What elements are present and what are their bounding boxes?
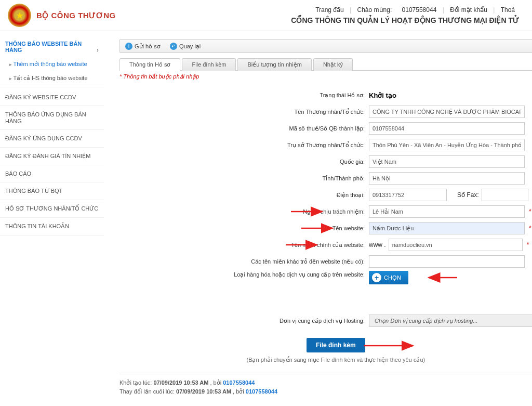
toolbar: i Gửi hồ sơ ↶ Quay lại xyxy=(119,39,532,53)
top-nav: Trang đầu | Chào mừng: 0107558044 | Đổi … xyxy=(291,6,524,14)
phone-label: Điện thoại: xyxy=(119,192,369,199)
merchant-input[interactable] xyxy=(369,106,525,118)
sidebar-item-account-info[interactable]: THÔNG TIN TÀI KHOẢN xyxy=(0,218,104,235)
fax-label: Số Fax: xyxy=(457,191,479,199)
required-star: * xyxy=(529,208,531,215)
modified-label: Thay đổi lần cuối lúc: xyxy=(119,388,175,395)
phone-input[interactable] xyxy=(369,189,447,201)
status-value: Khởi tạo xyxy=(369,91,396,99)
hosting-label: Đơn vị cung cấp dịch vụ Hosting: xyxy=(119,318,369,324)
status-label: Trạng thái Hồ sơ: xyxy=(119,92,369,99)
province-input[interactable] xyxy=(369,172,525,185)
required-star: * xyxy=(529,225,531,232)
send-profile-button[interactable]: i Gửi hồ sơ xyxy=(125,43,161,50)
sidebar-item-add-notice[interactable]: Thêm mới thông báo website xyxy=(0,57,104,71)
sidebar-item-all-notices[interactable]: Tất cả HS thông báo website xyxy=(0,71,104,85)
header: BỘ CÔNG THƯƠNG Trang đầu | Chào mừng: 01… xyxy=(0,0,532,31)
hint-text: (Bạn phải chuyển sang mục File đính kèm … xyxy=(119,355,532,369)
sidebar-item-app-notice[interactable]: THÔNG BÁO ỨNG DỤNG BÁN HÀNG xyxy=(0,106,104,130)
sidebar: THÔNG BÁO WEBSITE BÁN HÀNG › Thêm mới th… xyxy=(0,31,104,406)
brand-name: BỘ CÔNG THƯƠNG xyxy=(36,11,116,20)
domain-prefix: www . xyxy=(369,241,386,248)
separator: | xyxy=(443,6,444,14)
sidebar-section-header[interactable]: THÔNG BÁO WEBSITE BÁN HÀNG › xyxy=(0,36,104,57)
back-icon: ↶ xyxy=(170,43,177,50)
sidebar-section-title: THÔNG BÁO WEBSITE BÁN HÀNG xyxy=(5,41,82,53)
nav-welcome-label: Chào mừng: xyxy=(357,6,392,14)
emblem-icon xyxy=(8,4,31,27)
nav-change-password[interactable]: Đổi mật khẩu xyxy=(450,6,487,14)
arrow-annotation-icon xyxy=(364,339,421,352)
send-label: Gửi hồ sơ xyxy=(135,43,161,50)
tabs: Thông tin Hồ sơ File đính kèm Biểu tượng… xyxy=(119,58,532,71)
responsible-input[interactable] xyxy=(369,205,525,218)
file-attach-button[interactable]: File đính kèm xyxy=(307,338,365,352)
choose-goods-button[interactable]: + CHỌN xyxy=(369,271,408,284)
nav-welcome-user: 0107558044 xyxy=(402,6,437,14)
sidebar-item-app-ccdv[interactable]: ĐĂNG KÝ ỨNG DỤNG CCDV xyxy=(0,130,104,148)
site-name-input[interactable] xyxy=(369,222,525,234)
fax-input[interactable] xyxy=(482,189,528,201)
arrow-annotation-icon xyxy=(426,271,483,284)
back-button[interactable]: ↶ Quay lại xyxy=(170,43,201,50)
portal-title: CỔNG THÔNG TIN QUẢN LÝ HOẠT ĐỘNG THƯƠNG … xyxy=(291,16,524,24)
other-domains-input[interactable] xyxy=(369,255,525,268)
tax-input[interactable] xyxy=(369,122,525,135)
created-user[interactable]: 0107558044 xyxy=(223,379,255,386)
country-input[interactable] xyxy=(369,155,525,168)
hq-input[interactable] xyxy=(369,139,525,151)
required-note: * Thông tin bắt buộc phải nhập xyxy=(119,71,532,83)
responsible-label: Người chịu trách nhiệm: xyxy=(119,208,369,215)
country-label: Quốc gia: xyxy=(119,159,369,165)
site-name-label: Tên website: xyxy=(119,225,369,231)
back-label: Quay lại xyxy=(179,43,201,50)
merchant-label: Tên Thương nhân/Tổ chức: xyxy=(119,109,369,115)
logo-section: BỘ CÔNG THƯƠNG xyxy=(8,4,116,27)
tab-trust-badge[interactable]: Biểu tượng tín nhiệm xyxy=(237,58,311,71)
nav-logout[interactable]: Thoá xyxy=(501,6,515,14)
domain-input[interactable] xyxy=(389,239,523,251)
separator: | xyxy=(493,6,495,14)
created-time: 07/09/2019 10:53 AM xyxy=(153,379,208,386)
created-label: Khởi tạo lúc: xyxy=(119,379,152,386)
nav-home[interactable]: Trang đầu xyxy=(315,6,344,14)
sidebar-item-admin-notice[interactable]: THÔNG BÁO TỪ BQT xyxy=(0,182,104,200)
sidebar-item-trust-rating[interactable]: ĐĂNG KÝ ĐÁNH GIÁ TÍN NHIỆM xyxy=(0,148,104,165)
tab-profile-info[interactable]: Thông tin Hồ sơ xyxy=(119,58,180,71)
province-label: Tỉnh/Thành phố: xyxy=(119,175,369,182)
separator: | xyxy=(350,6,351,14)
modified-time: 07/09/2019 10:53 AM xyxy=(176,388,231,395)
tax-label: Mã số thuế/Số QĐ thành lập: xyxy=(119,125,369,132)
choose-label: CHỌN xyxy=(384,274,401,281)
sidebar-item-register-ccdv[interactable]: ĐĂNG KÝ WEBSITE CCDV xyxy=(0,89,104,106)
required-star: * xyxy=(527,241,529,248)
goods-label: Loại hàng hóa hoặc dịch vụ cung cấp trên… xyxy=(119,271,369,279)
info-icon: i xyxy=(125,43,132,50)
by-label: , bởi xyxy=(210,379,221,386)
tab-log[interactable]: Nhật ký xyxy=(313,58,353,71)
meta-info: Khởi tạo lúc: 07/09/2019 10:53 AM , bởi … xyxy=(119,374,532,400)
header-right: Trang đầu | Chào mừng: 0107558044 | Đổi … xyxy=(291,6,524,24)
hq-label: Trụ sở Thương nhân/Tổ chức: xyxy=(119,142,369,149)
domain-label: Tên miền chính của website: xyxy=(119,242,369,248)
chevron-right-icon: › xyxy=(97,47,99,53)
by-label: , bởi xyxy=(233,388,244,395)
form: Trạng thái Hồ sơ: Khởi tạo Tên Thương nh… xyxy=(119,83,532,374)
main-content: i Gửi hồ sơ ↶ Quay lại Thông tin Hồ sơ F… xyxy=(104,31,532,406)
plus-icon: + xyxy=(372,273,381,282)
modified-user[interactable]: 0107558044 xyxy=(246,388,277,395)
sidebar-item-reports[interactable]: BÁO CÁO xyxy=(0,165,104,182)
other-domains-label: Các tên miền khác trỏ đến website (nếu c… xyxy=(119,258,369,265)
hosting-select[interactable]: Chọn Đơn vị cung cấp dịch vụ hosting... xyxy=(369,315,532,327)
tab-attachments[interactable]: File đính kèm xyxy=(182,58,236,71)
sidebar-item-merchant-profile[interactable]: HỒ SƠ THƯƠNG NHÂN/TỔ CHỨC xyxy=(0,200,104,218)
